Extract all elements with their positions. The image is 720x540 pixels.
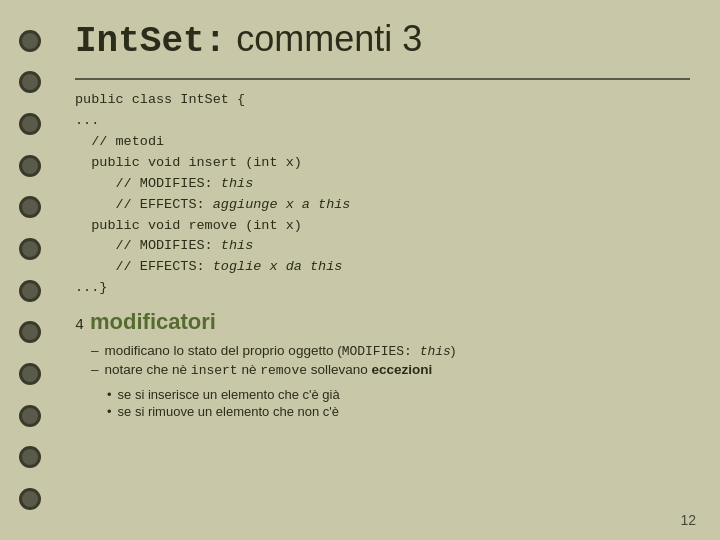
section-title: modificatori [90,309,216,335]
slide-title: IntSet: commenti 3 [75,18,690,62]
slide: IntSet: commenti 3 public class IntSet {… [0,0,720,540]
spiral-dot [19,71,41,93]
modifies-this-2: this [221,238,253,253]
slide-content: IntSet: commenti 3 public class IntSet {… [55,0,720,540]
code-line-9: // EFFECTS: toglie x da this [75,257,690,278]
spiral-dot [19,280,41,302]
spiral-dot [19,321,41,343]
section-4-heading: 4 modificatori [75,309,690,335]
code-line-8: // MODIFIES: this [75,236,690,257]
spiral-dot [19,488,41,510]
insert-inline: insert [191,363,238,378]
title-divider [75,78,690,80]
effects-insert: aggiunge x a this [213,197,351,212]
title-mono-part: IntSet: [75,21,226,62]
section-number: 4 [75,317,84,334]
spiral-binding [0,0,60,540]
bullet-list: modificano lo stato del proprio oggetto … [91,343,690,381]
modifies-inline: MODIFIES: [342,344,412,359]
spiral-dot [19,363,41,385]
modifies-this-1: this [221,176,253,191]
code-line-3: // metodi [75,132,690,153]
sub-bullet-text-2: se si rimuove un elemento che non c'è [118,404,339,419]
spiral-dot [19,238,41,260]
bullet-text-2: notare che nè insert nè remove sollevano… [105,362,433,378]
code-line-1: public class IntSet { [75,90,690,111]
effects-remove: toglie x da this [213,259,343,274]
page-number: 12 [680,512,696,528]
sub-bullet-2: se si rimuove un elemento che non c'è [107,404,690,419]
bullet-item-1: modificano lo stato del proprio oggetto … [91,343,690,359]
eccezioni-bold: eccezioni [372,362,433,377]
spiral-dot [19,196,41,218]
spiral-dot [19,155,41,177]
spiral-dot [19,446,41,468]
bullet-item-2: notare che nè insert nè remove sollevano… [91,362,690,378]
sub-bullet-1: se si inserisce un elemento che c'è già [107,387,690,402]
sub-bullet-list: se si inserisce un elemento che c'è già … [107,387,690,421]
spiral-dot [19,30,41,52]
code-line-7: public void remove (int x) [75,216,690,237]
sub-bullet-text-1: se si inserisce un elemento che c'è già [118,387,340,402]
spiral-dot [19,113,41,135]
spiral-dot [19,405,41,427]
bullet-text-1: modificano lo stato del proprio oggetto … [105,343,456,359]
code-line-4: public void insert (int x) [75,153,690,174]
code-line-5: // MODIFIES: this [75,174,690,195]
code-block: public class IntSet { ... // metodi publ… [75,90,690,299]
remove-inline: remove [260,363,307,378]
code-line-10: ...} [75,278,690,299]
code-line-2: ... [75,111,690,132]
title-text-part: commenti 3 [226,18,422,59]
code-line-6: // EFFECTS: aggiunge x a this [75,195,690,216]
this-inline: this [412,344,451,359]
